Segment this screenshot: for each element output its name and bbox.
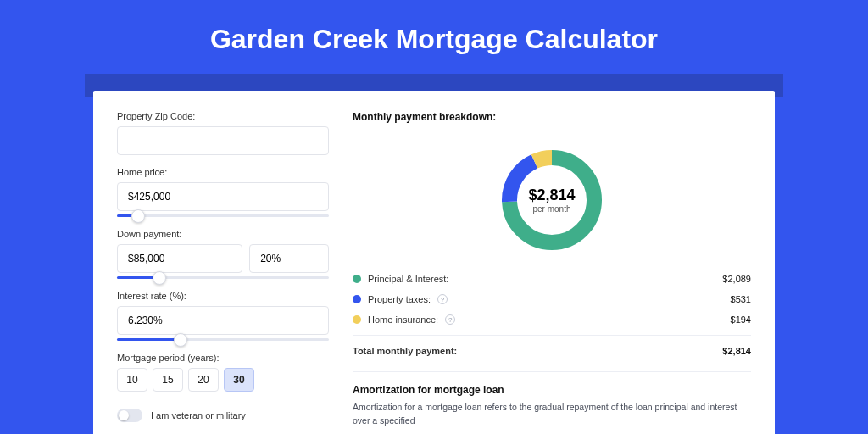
veteran-row: I am veteran or military <box>117 403 329 422</box>
home-price-field: Home price: <box>117 167 329 217</box>
interest-rate-input[interactable] <box>117 306 329 335</box>
period-option-30[interactable]: 30 <box>224 368 254 392</box>
interest-rate-slider[interactable] <box>117 338 329 341</box>
info-icon[interactable]: ? <box>445 314 455 325</box>
breakdown-item-amount: $531 <box>731 294 751 304</box>
amortization-title: Amortization for mortgage loan <box>353 384 751 396</box>
interest-rate-slider-thumb[interactable] <box>174 333 187 347</box>
breakdown-title: Monthly payment breakdown: <box>353 111 751 123</box>
breakdown-list: Principal & Interest:$2,089Property taxe… <box>353 274 751 356</box>
down-payment-label: Down payment: <box>117 229 329 239</box>
inputs-column: Property Zip Code: Home price: Down paym… <box>117 111 329 413</box>
breakdown-item-name: Home insurance: <box>368 314 438 325</box>
breakdown-column: Monthly payment breakdown: $2,814 per mo… <box>353 111 751 413</box>
calculator-panel: Property Zip Code: Home price: Down paym… <box>93 91 775 434</box>
zip-input[interactable] <box>117 126 329 155</box>
breakdown-row: Home insurance:?$194 <box>353 314 751 325</box>
home-price-label: Home price: <box>117 167 329 177</box>
home-price-slider[interactable] <box>117 214 329 217</box>
legend-dot <box>353 315 361 324</box>
period-option-15[interactable]: 15 <box>153 368 183 392</box>
info-icon[interactable]: ? <box>437 294 448 304</box>
home-price-input[interactable] <box>117 182 329 211</box>
breakdown-row: Principal & Interest:$2,089 <box>353 274 751 284</box>
breakdown-item-name: Property taxes: <box>368 294 431 304</box>
veteran-label: I am veteran or military <box>151 410 246 420</box>
breakdown-total-label: Total monthly payment: <box>353 346 457 356</box>
zip-label: Property Zip Code: <box>117 111 329 121</box>
breakdown-total-row: Total monthly payment:$2,814 <box>353 335 751 356</box>
donut-center: $2,814 per month <box>497 145 607 255</box>
mortgage-period-field: Mortgage period (years): 10152030 <box>117 353 329 392</box>
interest-rate-field: Interest rate (%): <box>117 291 329 341</box>
down-payment-input[interactable] <box>117 244 242 273</box>
mortgage-period-options: 10152030 <box>117 368 329 392</box>
breakdown-item-name: Principal & Interest: <box>368 274 448 284</box>
interest-rate-label: Interest rate (%): <box>117 291 329 301</box>
down-payment-slider[interactable] <box>117 276 329 279</box>
down-payment-pct-input[interactable] <box>249 244 329 273</box>
period-option-10[interactable]: 10 <box>117 368 147 392</box>
period-option-20[interactable]: 20 <box>188 368 219 392</box>
interest-rate-slider-fill <box>117 338 181 341</box>
home-price-slider-thumb[interactable] <box>131 209 145 223</box>
breakdown-total-amount: $2,814 <box>722 346 751 356</box>
zip-field: Property Zip Code: <box>117 111 329 155</box>
donut-center-label: per month <box>532 204 570 214</box>
payment-donut-chart: $2,814 per month <box>497 145 607 255</box>
down-payment-field: Down payment: <box>117 229 329 279</box>
breakdown-row: Property taxes:?$531 <box>353 294 751 304</box>
legend-dot <box>353 295 361 303</box>
donut-wrap: $2,814 per month <box>353 138 751 259</box>
veteran-toggle[interactable] <box>117 409 142 422</box>
donut-center-value: $2,814 <box>528 186 575 204</box>
breakdown-item-amount: $194 <box>731 314 751 325</box>
mortgage-period-label: Mortgage period (years): <box>117 353 329 363</box>
amortization-section: Amortization for mortgage loan Amortizat… <box>353 371 751 428</box>
breakdown-item-amount: $2,089 <box>722 274 751 284</box>
page-title: Garden Creek Mortgage Calculator <box>0 0 868 74</box>
down-payment-slider-thumb[interactable] <box>153 271 166 285</box>
amortization-body: Amortization for a mortgage loan refers … <box>353 401 751 428</box>
legend-dot <box>353 275 361 283</box>
